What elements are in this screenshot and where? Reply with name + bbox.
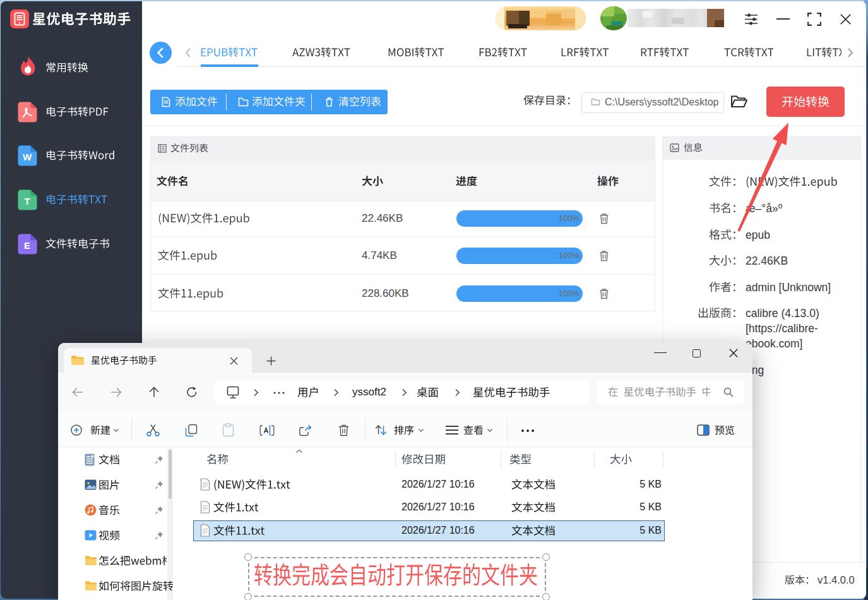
svg-text:T: T <box>24 196 30 207</box>
svg-text:E: E <box>24 240 30 251</box>
svg-text:W: W <box>23 152 32 162</box>
